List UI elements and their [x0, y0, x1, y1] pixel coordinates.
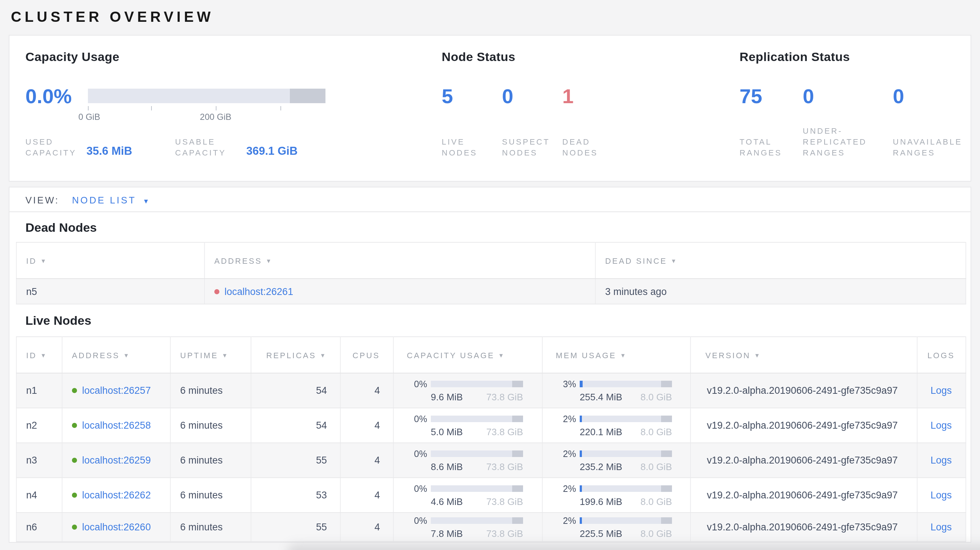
- cluster-summary-card: Capacity Usage 0.0% 0 GiB 200 GiB USED C…: [9, 35, 971, 182]
- cpus-cell: 4: [340, 478, 393, 513]
- capacity-used: 8.6 MiB: [431, 461, 463, 472]
- live-status-dot-icon: [72, 525, 77, 530]
- node-address-link[interactable]: localhost:26257: [82, 385, 151, 396]
- dead-nodes-heading: Dead Nodes: [10, 212, 970, 242]
- mem-mini-bar: [580, 450, 672, 457]
- node-address-cell: localhost:26261: [205, 279, 595, 304]
- logs-link[interactable]: Logs: [931, 455, 952, 466]
- capacity-mini-bar: [431, 450, 523, 457]
- mem-mini-bar: [580, 517, 672, 524]
- node-status-stats: 5 LIVE NODES 0 SUSPECT NODES 1 DEAD NODE…: [442, 85, 622, 158]
- live-sort-address[interactable]: ADDRESS▼: [62, 337, 170, 373]
- used-capacity-label: USED CAPACITY: [25, 137, 86, 158]
- mem-mini-bar: [580, 381, 672, 387]
- live-nodes-header-row: ID▼ ADDRESS▼ UPTIME▼ REPLICAS▼ CPUS CAPA…: [16, 337, 966, 373]
- under-replicated-count: 0: [803, 85, 893, 108]
- dead-since-cell: 3 minutes ago: [595, 279, 966, 304]
- live-node-row: n6 localhost:26260 6 minutes 55 4 0% 7.8…: [16, 513, 966, 542]
- capacity-mini-bar: [431, 416, 523, 422]
- axis-tick-label: 200 GiB: [200, 112, 231, 122]
- live-status-dot-icon: [72, 493, 77, 498]
- mem-usage-cell: 3% 255.4 MiB8.0 GiB: [542, 373, 690, 408]
- replicas-cell: 54: [251, 373, 340, 408]
- node-address-cell: localhost:26260: [62, 513, 170, 542]
- view-label: VIEW:: [25, 195, 59, 206]
- axis-tick: [280, 106, 281, 110]
- capacity-usage-cell: 0% 5.0 MiB73.8 GiB: [393, 408, 542, 443]
- live-sort-mem[interactable]: MEM USAGE▼: [542, 337, 690, 373]
- capacity-used: 4.6 MiB: [431, 496, 463, 507]
- cpus-cell: 4: [340, 373, 393, 408]
- node-address-link[interactable]: localhost:26259: [82, 455, 151, 466]
- sort-arrow-icon: ▼: [222, 352, 229, 359]
- version-cell: v19.2.0-alpha.20190606-2491-gfe735c9a97: [690, 408, 917, 443]
- live-sort-uptime[interactable]: UPTIME▼: [170, 337, 251, 373]
- node-address-link[interactable]: localhost:26262: [82, 490, 151, 501]
- total-ranges-count: 75: [740, 85, 803, 108]
- live-nodes-stat: 5 LIVE NODES: [442, 85, 502, 158]
- unavailable-ranges-count: 0: [893, 85, 973, 108]
- node-status-title: Node Status: [442, 50, 515, 65]
- node-id-cell: n1: [16, 373, 62, 408]
- capacity-total: 73.8 GiB: [486, 426, 523, 437]
- capacity-total: 73.8 GiB: [486, 496, 523, 507]
- live-sort-replicas[interactable]: REPLICAS▼: [251, 337, 340, 373]
- dead-sort-id[interactable]: ID▼: [16, 242, 205, 279]
- uptime-cell: 6 minutes: [170, 513, 251, 542]
- logs-link[interactable]: Logs: [931, 385, 952, 396]
- suspect-nodes-label: SUSPECT NODES: [502, 137, 553, 158]
- capacity-mini-bar: [431, 517, 523, 524]
- live-sort-capacity[interactable]: CAPACITY USAGE▼: [393, 337, 542, 373]
- node-list-dropdown[interactable]: NODE LIST▼: [72, 195, 149, 206]
- dead-status-dot-icon: [214, 289, 220, 294]
- logs-link[interactable]: Logs: [931, 522, 952, 533]
- logs-link[interactable]: Logs: [931, 420, 952, 431]
- node-address-link[interactable]: localhost:26258: [82, 420, 151, 431]
- page-title: CLUSTER OVERVIEW: [11, 7, 980, 27]
- logs-cell: Logs: [917, 513, 966, 542]
- capacity-bar-unusable-segment: [290, 89, 325, 103]
- node-id-cell: n4: [16, 478, 62, 513]
- dead-nodes-count: 1: [562, 85, 622, 108]
- mem-used: 235.2 MiB: [580, 461, 622, 472]
- mem-total: 8.0 GiB: [640, 391, 672, 402]
- node-address-cell: localhost:26262: [62, 478, 170, 513]
- unavailable-ranges-stat: 0 UNAVAILABLE RANGES: [893, 85, 973, 158]
- dead-sort-dead-since[interactable]: DEAD SINCE▼: [595, 242, 966, 279]
- dead-nodes-table: ID▼ ADDRESS▼ DEAD SINCE▼ n5 localhost:26…: [16, 242, 966, 304]
- used-capacity-value: 35.6 MiB: [86, 145, 141, 158]
- mem-mini-bar: [580, 485, 672, 492]
- logs-link[interactable]: Logs: [931, 490, 952, 501]
- unavailable-ranges-label: UNAVAILABLE RANGES: [893, 137, 963, 158]
- node-address-link[interactable]: localhost:26261: [224, 286, 293, 297]
- capacity-percent: 0.0%: [25, 85, 72, 108]
- replicas-cell: 55: [251, 443, 340, 478]
- node-id-cell: n3: [16, 443, 62, 478]
- capacity-total: 73.8 GiB: [486, 528, 523, 539]
- live-sort-version[interactable]: VERSION▼: [690, 337, 917, 373]
- replicas-cell: 53: [251, 478, 340, 513]
- logs-cell: Logs: [917, 408, 966, 443]
- mem-total: 8.0 GiB: [640, 496, 672, 507]
- view-bar: VIEW: NODE LIST▼: [10, 187, 970, 212]
- uptime-cell: 6 minutes: [170, 408, 251, 443]
- live-status-dot-icon: [72, 458, 77, 463]
- dead-sort-address[interactable]: ADDRESS▼: [205, 242, 595, 279]
- sort-arrow-icon: ▼: [40, 352, 47, 359]
- axis-tick: [88, 106, 89, 110]
- capacity-used: 9.6 MiB: [431, 391, 463, 402]
- capacity-usage-cell: 0% 7.8 MiB73.8 GiB: [393, 513, 542, 542]
- usable-capacity-label: USABLE CAPACITY: [175, 137, 246, 158]
- version-cell: v19.2.0-alpha.20190606-2491-gfe735c9a97: [690, 478, 917, 513]
- node-address-link[interactable]: localhost:26260: [82, 522, 151, 533]
- live-nodes-table: ID▼ ADDRESS▼ UPTIME▼ REPLICAS▼ CPUS CAPA…: [16, 336, 966, 542]
- live-node-row: n3 localhost:26259 6 minutes 55 4 0% 8.6…: [16, 443, 966, 478]
- live-sort-id[interactable]: ID▼: [16, 337, 62, 373]
- capacity-usage-cell: 0% 4.6 MiB73.8 GiB: [393, 478, 542, 513]
- capacity-stats: USED CAPACITY 35.6 MiB USABLE CAPACITY 3…: [25, 137, 301, 158]
- live-col-logs: LOGS: [917, 337, 966, 373]
- total-ranges-label: TOTAL RANGES: [740, 137, 791, 158]
- mem-mini-bar: [580, 416, 672, 422]
- mem-used: 255.4 MiB: [580, 391, 622, 402]
- live-node-row: n1 localhost:26257 6 minutes 54 4 0% 9.6…: [16, 373, 966, 408]
